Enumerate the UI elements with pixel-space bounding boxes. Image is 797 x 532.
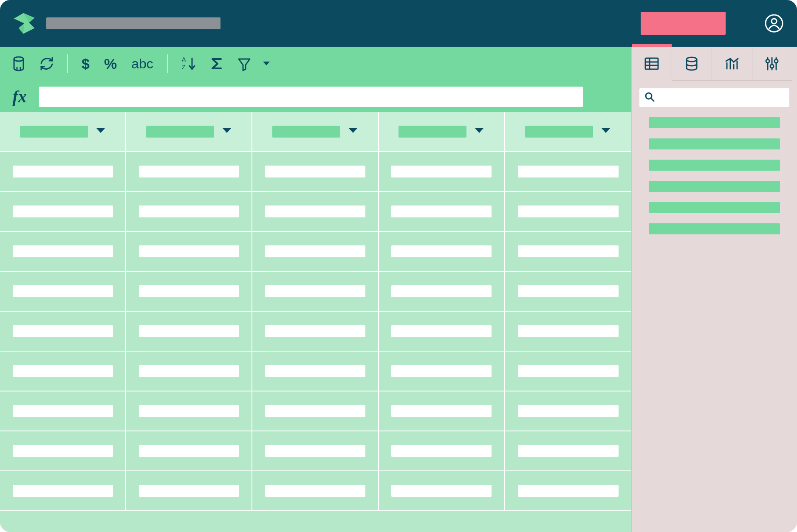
sidebar-item[interactable] [649, 223, 780, 234]
cell[interactable] [252, 232, 379, 272]
cell-value [13, 405, 113, 417]
cell[interactable] [126, 272, 252, 312]
cell[interactable] [505, 391, 631, 431]
cell-value [139, 445, 239, 457]
cell[interactable] [252, 192, 379, 232]
chevron-down-icon[interactable] [601, 127, 611, 136]
sidebar-tab-settings[interactable] [752, 47, 792, 81]
cell[interactable] [505, 152, 631, 192]
column-header[interactable] [252, 112, 379, 152]
filter-dropdown-caret-icon[interactable] [262, 61, 271, 67]
cell[interactable] [0, 431, 126, 471]
column-header[interactable] [126, 112, 252, 152]
svg-point-19 [766, 59, 769, 63]
cell[interactable] [379, 272, 505, 312]
sidebar-item[interactable] [649, 117, 780, 128]
action-banner[interactable] [641, 12, 726, 35]
sort-icon[interactable]: A Z [178, 53, 198, 74]
cell[interactable] [0, 232, 126, 272]
cell-value [391, 205, 492, 217]
cell[interactable] [0, 192, 126, 232]
cell[interactable] [505, 352, 631, 391]
cell[interactable] [126, 312, 252, 352]
cell[interactable] [379, 352, 505, 391]
sidebar-item[interactable] [649, 138, 780, 149]
filter-icon[interactable] [234, 53, 254, 74]
cell-value [518, 405, 619, 417]
cell[interactable] [0, 471, 126, 511]
cell-value [139, 205, 239, 217]
format-currency-button[interactable]: $ [78, 56, 93, 72]
cell[interactable] [252, 312, 379, 352]
cell[interactable] [505, 272, 631, 312]
cell[interactable] [0, 352, 126, 391]
document-title[interactable] [46, 17, 220, 29]
main-area: $ % abc A Z [0, 47, 631, 532]
cell[interactable] [126, 352, 252, 391]
database-icon[interactable] [8, 53, 29, 74]
toolbar-separator [67, 54, 68, 73]
sidebar-list [632, 117, 797, 234]
cell[interactable] [379, 192, 505, 232]
cell-value [518, 445, 619, 457]
cell[interactable] [126, 232, 252, 272]
cell[interactable] [252, 431, 379, 471]
cell[interactable] [252, 471, 379, 511]
cell[interactable] [126, 152, 252, 192]
cell[interactable] [126, 192, 252, 232]
data-grid[interactable] [0, 112, 631, 532]
refresh-icon[interactable] [37, 53, 57, 74]
cell[interactable] [379, 431, 505, 471]
format-percent-button[interactable]: % [101, 56, 120, 72]
format-text-button[interactable]: abc [128, 56, 157, 72]
sidebar-item[interactable] [649, 160, 780, 171]
cell-value [13, 485, 113, 497]
column-label [525, 126, 593, 138]
sidebar-tab-chart[interactable] [712, 47, 752, 81]
cell-value [391, 285, 492, 297]
sidebar-tab-table[interactable] [632, 47, 672, 81]
cell[interactable] [252, 152, 379, 192]
column-header[interactable] [0, 112, 126, 152]
cell[interactable] [379, 152, 505, 192]
cell[interactable] [252, 272, 379, 312]
chevron-down-icon[interactable] [96, 127, 106, 136]
column-header[interactable] [505, 112, 631, 152]
cell[interactable] [505, 431, 631, 471]
cell-value [13, 445, 113, 457]
cell[interactable] [379, 471, 505, 511]
user-avatar-icon[interactable] [764, 13, 784, 34]
cell[interactable] [126, 471, 252, 511]
sidebar-item[interactable] [649, 181, 780, 192]
sidebar-tab-database[interactable] [672, 47, 712, 81]
cell[interactable] [0, 272, 126, 312]
cell-value [518, 485, 619, 497]
cell[interactable] [505, 232, 631, 272]
app-logo-icon[interactable] [11, 10, 38, 37]
cell[interactable] [0, 312, 126, 352]
formula-input[interactable] [39, 87, 583, 107]
chevron-down-icon[interactable] [222, 127, 232, 136]
column-header[interactable] [379, 112, 505, 152]
sidebar-item[interactable] [649, 202, 780, 213]
sidebar-search[interactable] [639, 88, 789, 107]
cell[interactable] [0, 152, 126, 192]
cell[interactable] [505, 471, 631, 511]
cell[interactable] [252, 391, 379, 431]
cell-value [518, 285, 619, 297]
cell[interactable] [505, 192, 631, 232]
cell[interactable] [0, 391, 126, 431]
sidebar-search-input[interactable] [659, 93, 784, 102]
sigma-aggregate-icon[interactable] [206, 53, 226, 74]
cell[interactable] [126, 391, 252, 431]
cell[interactable] [379, 312, 505, 352]
cell[interactable] [379, 391, 505, 431]
chevron-down-icon[interactable] [348, 127, 358, 136]
cell[interactable] [252, 352, 379, 391]
cell-value [391, 485, 492, 497]
cell[interactable] [505, 312, 631, 352]
cell-value [518, 245, 619, 257]
cell[interactable] [379, 232, 505, 272]
cell[interactable] [126, 431, 252, 471]
chevron-down-icon[interactable] [474, 127, 484, 136]
